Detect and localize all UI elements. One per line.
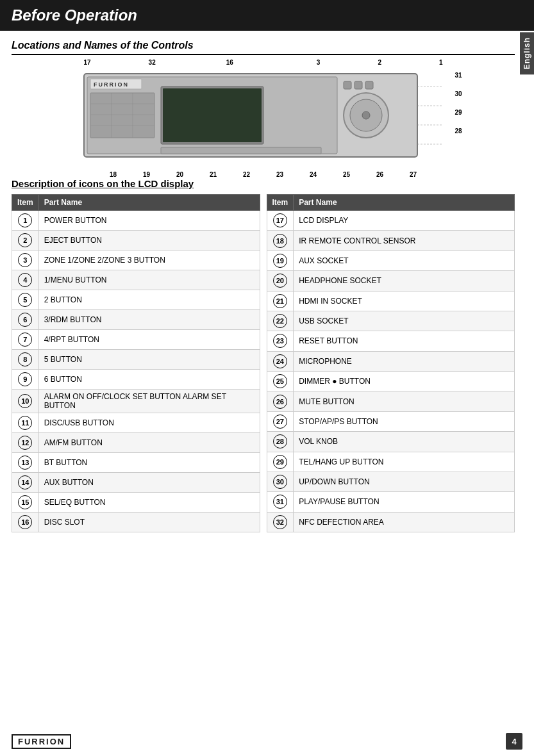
item-number: 25 (267, 372, 294, 391)
table-row: 4 1/MENU BUTTON (12, 270, 260, 290)
diag-num-19: 19 (143, 171, 150, 178)
item-circle: 22 (273, 314, 287, 328)
device-diagram: 17 32 16 3 2 1 FURRION (78, 59, 449, 178)
part-name: VOL KNOB (294, 432, 515, 452)
table-row: 12 AM/FM BUTTON (12, 433, 260, 453)
item-number: 10 (12, 390, 39, 413)
device-svg: FURRION (78, 67, 449, 170)
table-row: 10 ALARM ON OFF/CLOCK SET BUTTON ALARM S… (12, 390, 260, 413)
item-circle: 27 (273, 415, 287, 429)
item-circle: 23 (273, 334, 287, 348)
part-name: 5 BUTTON (38, 350, 260, 370)
diag-num-29: 29 (455, 109, 462, 116)
part-name: STOP/AP/PS BUTTON (294, 411, 515, 431)
table-row: 29 TEL/HANG UP BUTTON (267, 452, 515, 472)
svg-point-14 (362, 111, 370, 119)
table-row: 23 RESET BUTTON (267, 331, 515, 351)
item-circle: 25 (273, 374, 287, 388)
page-number: 4 (506, 733, 522, 750)
page-title: Before Operation (12, 6, 137, 24)
item-number: 12 (12, 433, 39, 453)
part-name: 4/RPT BUTTON (38, 330, 260, 350)
table-row: 25 DIMMER ● BUTTON (267, 372, 515, 391)
part-name: AM/FM BUTTON (38, 433, 260, 453)
part-name: SEL/EQ BUTTON (38, 493, 260, 513)
part-name: AUX BUTTON (38, 473, 260, 493)
item-circle: 15 (18, 495, 32, 509)
svg-rect-16 (355, 81, 362, 89)
part-name: 1/MENU BUTTON (38, 270, 260, 290)
item-circle: 10 (18, 394, 32, 408)
part-name: MUTE BUTTON (294, 391, 515, 411)
table-row: 31 PLAY/PAUSE BUTTON (267, 492, 515, 512)
part-name: IR REMOTE CONTROL SENSOR (294, 231, 515, 251)
part-name: HEADPHONE SOCKET (294, 271, 515, 291)
part-name: DISC/USB BUTTON (38, 413, 260, 433)
item-circle: 16 (18, 515, 32, 529)
item-number: 14 (12, 473, 39, 493)
table-row: 28 VOL KNOB (267, 432, 515, 452)
part-name: LCD DISPLAY (294, 211, 515, 231)
diag-num-21: 21 (210, 171, 217, 178)
part-name: ALARM ON OFF/CLOCK SET BUTTON ALARM SET … (38, 390, 260, 413)
item-circle: 9 (18, 372, 32, 386)
item-number: 17 (267, 211, 294, 231)
svg-rect-17 (365, 81, 373, 89)
item-number: 27 (267, 411, 294, 431)
table-row: 2 EJECT BUTTON (12, 231, 260, 251)
diag-num-31: 31 (455, 72, 462, 79)
diag-num-22: 22 (243, 171, 250, 178)
table-row: 30 UP/DOWN BUTTON (267, 472, 515, 491)
item-number: 18 (267, 231, 294, 251)
svg-rect-18 (161, 147, 321, 154)
item-circle: 14 (18, 475, 32, 489)
part-name: NFC DEFECTION AREA (294, 512, 515, 532)
language-tab: English (520, 32, 534, 74)
table-row: 11 DISC/USB BUTTON (12, 413, 260, 433)
item-circle: 8 (18, 352, 32, 366)
svg-text:FURRION: FURRION (94, 81, 129, 88)
diag-num-27: 27 (410, 171, 417, 178)
table-row: 21 HDMI IN SOCKET (267, 291, 515, 311)
item-number: 31 (267, 492, 294, 512)
item-number: 6 (12, 310, 39, 330)
part-name: TEL/HANG UP BUTTON (294, 452, 515, 472)
diag-num-32: 32 (149, 59, 156, 66)
diag-num-23: 23 (276, 171, 283, 178)
diag-num-25: 25 (343, 171, 350, 178)
item-number: 24 (267, 351, 294, 371)
part-name: 3/RDM BUTTON (38, 310, 260, 330)
item-circle: 6 (18, 313, 32, 327)
table-row: 9 6 BUTTON (12, 370, 260, 390)
item-circle: 2 (18, 233, 32, 247)
locations-heading: Locations and Names of the Controls (12, 40, 515, 55)
table-row: 3 ZONE 1/ZONE 2/ZONE 3 BUTTON (12, 251, 260, 270)
item-circle: 11 (18, 416, 32, 430)
item-number: 1 (12, 211, 39, 231)
table-row: 22 USB SOCKET (267, 311, 515, 331)
item-circle: 4 (18, 273, 32, 287)
item-number: 3 (12, 251, 39, 270)
item-number: 5 (12, 290, 39, 310)
item-circle: 29 (273, 455, 287, 469)
item-circle: 19 (273, 254, 287, 268)
table-row: 1 POWER BUTTON (12, 211, 260, 231)
item-circle: 30 (273, 475, 287, 489)
page-header: Before Operation (0, 0, 534, 31)
part-name: RESET BUTTON (294, 331, 515, 351)
item-number: 26 (267, 391, 294, 411)
page-footer: FURRION 4 (0, 733, 534, 750)
item-number: 22 (267, 311, 294, 331)
item-number: 8 (12, 350, 39, 370)
item-number: 29 (267, 452, 294, 472)
diag-num-24: 24 (310, 171, 317, 178)
diag-num-26: 26 (376, 171, 383, 178)
part-name: EJECT BUTTON (38, 231, 260, 251)
item-number: 15 (12, 493, 39, 513)
table-row: 6 3/RDM BUTTON (12, 310, 260, 330)
table-row: 32 NFC DEFECTION AREA (267, 512, 515, 532)
item-number: 2 (12, 231, 39, 251)
part-name: 6 BUTTON (38, 370, 260, 390)
item-number: 32 (267, 512, 294, 532)
item-circle: 21 (273, 294, 287, 308)
